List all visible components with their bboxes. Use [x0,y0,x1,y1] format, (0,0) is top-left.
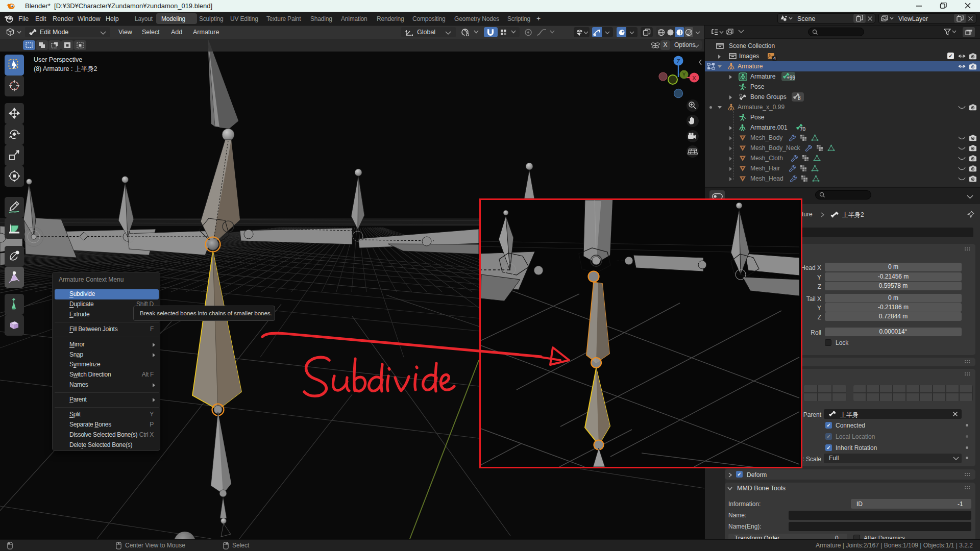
svg-text:(8) Armature : 上半身2: (8) Armature : 上半身2 [34,65,97,72]
svg-text:X: X [692,75,696,81]
svg-text:Y: Y [682,72,686,78]
svg-text:User Perspective: User Perspective [34,56,82,63]
svg-text:Z: Z [677,58,680,64]
